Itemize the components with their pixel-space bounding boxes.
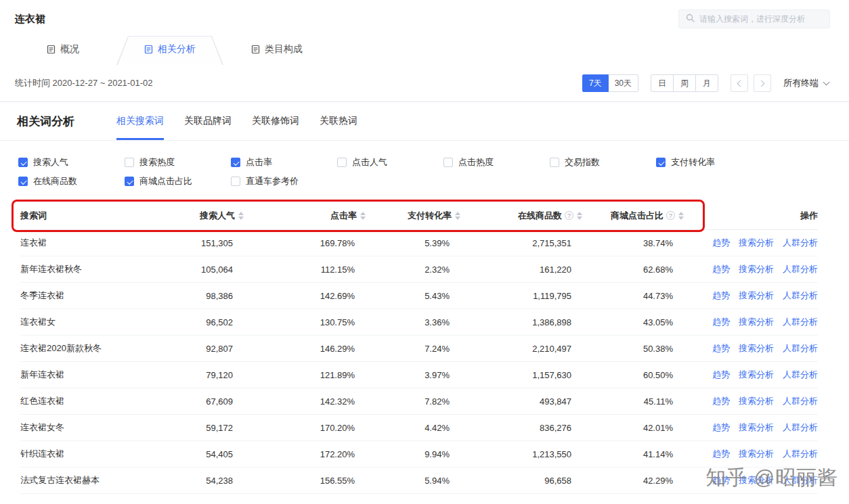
sort-desc-icon [455, 216, 460, 220]
granularity-day-button[interactable]: 日 [651, 74, 674, 92]
trend-link[interactable]: 趋势 [712, 421, 730, 434]
terminal-dropdown[interactable]: 所有终端 [783, 77, 829, 89]
trend-link[interactable]: 趋势 [712, 395, 730, 407]
help-icon[interactable]: ? [565, 211, 573, 220]
sort-icon[interactable] [577, 212, 582, 220]
audience-analysis-link[interactable]: 人群分析 [783, 237, 818, 249]
period-30d-button[interactable]: 30天 [608, 74, 638, 92]
sort-desc-icon [360, 216, 366, 220]
audience-analysis-link[interactable]: 人群分析 [783, 448, 818, 460]
audience-analysis-link[interactable]: 人群分析 [783, 263, 818, 275]
sort-icon[interactable] [238, 212, 244, 220]
search-box[interactable] [678, 9, 830, 28]
column-header[interactable]: 在线商品数? [460, 210, 582, 222]
sort-icon[interactable] [360, 212, 366, 220]
value-cell: 151,305 [135, 238, 244, 248]
subtab-label: 关联修饰词 [252, 115, 299, 127]
granularity-month-button[interactable]: 月 [695, 74, 718, 92]
prev-period-button[interactable] [731, 74, 748, 92]
audience-analysis-link[interactable]: 人群分析 [783, 421, 818, 434]
metric-checkbox[interactable]: 搜索热度 [125, 156, 231, 168]
value-cell: 5.39% [366, 238, 460, 248]
metric-checkbox[interactable]: 点击率 [231, 156, 337, 168]
metric-checkbox[interactable]: 在线商品数 [18, 175, 125, 187]
metric-checkbox[interactable]: 商城点击占比 [125, 175, 231, 187]
value-cell: 44.73% [582, 291, 684, 301]
subtab-related-search-words[interactable]: 相关搜索词 [116, 102, 164, 140]
column-header[interactable]: 支付转化率 [366, 210, 460, 222]
metric-checkbox[interactable]: 直通车参考价 [231, 175, 337, 187]
checkbox-icon [443, 158, 453, 167]
sort-asc-icon [360, 212, 366, 215]
search-analysis-link[interactable]: 搜索分析 [739, 395, 774, 407]
trend-link[interactable]: 趋势 [712, 448, 730, 460]
period-7d-button[interactable]: 7天 [582, 74, 609, 92]
checkbox-icon [125, 177, 134, 186]
watermark: 知乎 @昭丽酱 [705, 464, 838, 492]
trend-link[interactable]: 趋势 [712, 237, 730, 249]
table-header-row: 搜索词搜索人气点击率支付转化率在线商品数?商城点击占比?操作 [20, 202, 818, 230]
column-header[interactable]: 商城点击占比? [582, 210, 684, 222]
metric-checkbox[interactable]: 搜索人气 [18, 156, 125, 168]
tab-label: 相关分析 [158, 43, 196, 55]
value-cell: 836,276 [460, 423, 582, 433]
trend-link[interactable]: 趋势 [712, 316, 730, 328]
sort-icon[interactable] [678, 212, 684, 220]
audience-analysis-link[interactable]: 人群分析 [783, 316, 818, 328]
keyword-cell: 针织连衣裙 [20, 448, 135, 460]
search-analysis-link[interactable]: 搜索分析 [739, 237, 774, 249]
search-analysis-link[interactable]: 搜索分析 [739, 369, 774, 381]
subtab-related-modifier-words[interactable]: 关联修饰词 [252, 102, 299, 140]
granularity-week-button[interactable]: 周 [673, 74, 696, 92]
metric-checkbox[interactable]: 点击人气 [337, 156, 443, 168]
value-cell: 142.69% [244, 291, 366, 301]
tab-overview[interactable]: 概况 [9, 34, 116, 65]
metric-checkbox-label: 点击热度 [458, 156, 494, 168]
search-analysis-link[interactable]: 搜索分析 [739, 316, 774, 328]
value-cell: 50.38% [582, 344, 684, 354]
chevron-right-icon [758, 80, 765, 87]
column-header-label: 支付转化率 [408, 210, 452, 222]
value-cell: 96,658 [460, 476, 582, 486]
audience-analysis-link[interactable]: 人群分析 [783, 342, 818, 354]
trend-link[interactable]: 趋势 [712, 263, 730, 275]
tab-label: 概况 [60, 43, 79, 55]
metric-checkbox[interactable]: 点击热度 [443, 156, 550, 168]
audience-analysis-link[interactable]: 人群分析 [783, 395, 818, 407]
value-cell: 5.43% [366, 291, 460, 301]
subtab-related-brand-words[interactable]: 关联品牌词 [184, 102, 232, 140]
granularity-toggle: 日 周 月 [651, 74, 718, 92]
keyword-cell: 法式复古连衣裙赫本 [20, 474, 135, 486]
checkbox-icon [231, 177, 240, 186]
metric-checkbox[interactable]: 交易指数 [550, 156, 656, 168]
date-controls: 7天 30天 日 周 月 所有终端 [582, 74, 829, 92]
metric-checkbox[interactable]: 支付转化率 [656, 156, 762, 168]
tab-category-composition[interactable]: 类目构成 [223, 34, 330, 65]
trend-link[interactable]: 趋势 [712, 369, 730, 381]
value-cell: 1,386,898 [460, 317, 582, 327]
next-period-button[interactable] [754, 74, 771, 92]
sort-icon[interactable] [455, 212, 460, 220]
trend-link[interactable]: 趋势 [712, 290, 730, 302]
audience-analysis-link[interactable]: 人群分析 [783, 369, 818, 381]
search-analysis-link[interactable]: 搜索分析 [739, 421, 774, 434]
subtab-related-hot-words[interactable]: 关联热词 [320, 102, 357, 140]
column-header[interactable]: 搜索人气 [135, 210, 244, 222]
search-analysis-link[interactable]: 搜索分析 [739, 448, 774, 460]
search-analysis-link[interactable]: 搜索分析 [739, 290, 774, 302]
column-header[interactable]: 点击率 [244, 210, 366, 222]
search-input[interactable] [699, 14, 823, 24]
audience-analysis-link[interactable]: 人群分析 [783, 290, 818, 302]
table-row: 法式复古连衣裙赫本54,238156.55%5.94%96,65842.29%趋… [20, 467, 818, 494]
column-header-label: 商城点击占比 [611, 210, 663, 222]
search-analysis-link[interactable]: 搜索分析 [739, 263, 774, 275]
tab-related-analysis[interactable]: 相关分析 [116, 34, 223, 65]
value-cell: 142.32% [244, 396, 366, 407]
table-row: 新年连衣裙79,120121.89%3.97%1,157,63060.50%趋势… [20, 362, 818, 388]
trend-link[interactable]: 趋势 [712, 342, 730, 354]
main-tabs: 概况 相关分析 类目构成 [0, 34, 849, 65]
help-icon[interactable]: ? [666, 211, 675, 220]
value-cell: 41.14% [582, 449, 684, 459]
table-row: 针织连衣裙54,405172.20%9.94%1,213,55041.14%趋势… [20, 441, 818, 467]
search-analysis-link[interactable]: 搜索分析 [739, 342, 774, 354]
